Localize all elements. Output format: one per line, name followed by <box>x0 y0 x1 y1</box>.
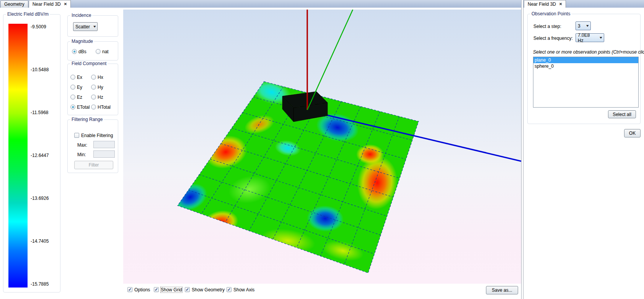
3d-scene-canvas[interactable] <box>123 10 521 284</box>
filter-button-label: Filter <box>89 162 99 168</box>
radio-dbs[interactable] <box>72 49 77 54</box>
show-geometry-checkbox-label[interactable]: Show Geometry <box>192 287 225 292</box>
radio-ex-label[interactable]: Ex <box>77 75 82 80</box>
application-window: Geometry Near Field 3D ✕ Electric Field … <box>0 0 644 299</box>
show-grid-checkbox-label[interactable]: Show Grid <box>161 287 182 292</box>
check-icon: ✓ <box>185 288 189 292</box>
check-icon: ✓ <box>227 288 231 292</box>
colorbar-tick: -15.7885 <box>31 281 49 287</box>
colorbar-tick: -14.7405 <box>31 239 49 244</box>
select-all-button-label: Select all <box>613 112 631 117</box>
tab-near-field-3d-right[interactable]: Near Field 3D ✕ <box>524 0 566 8</box>
incidence-group-title: Incidence <box>70 13 92 18</box>
radio-ex[interactable] <box>70 75 75 80</box>
step-dropdown-value: 3 <box>578 23 580 29</box>
radio-hz[interactable] <box>91 95 96 100</box>
observation-instruction: Select one or more observation points (C… <box>533 49 644 55</box>
incidence-dropdown[interactable]: Scatter ▼ <box>73 22 98 31</box>
radio-htotal-label[interactable]: HTotal <box>98 105 111 110</box>
tab-near-field-3d-label: Near Field 3D <box>33 2 61 7</box>
field-component-group-title: Field Component <box>70 61 108 66</box>
step-dropdown[interactable]: 3 ▼ <box>576 21 591 30</box>
min-label: Min: <box>77 152 86 157</box>
save-as-button-label: Save as... <box>492 288 512 293</box>
tab-geometry[interactable]: Geometry <box>0 0 28 8</box>
frequency-label: Select a frequency: <box>533 36 573 41</box>
tab-near-field-3d[interactable]: Near Field 3D ✕ <box>29 0 71 8</box>
save-as-button[interactable]: Save as... <box>486 286 518 294</box>
close-icon[interactable]: ✕ <box>559 2 562 6</box>
max-field[interactable] <box>93 141 115 148</box>
colorbar-tick: -10.5488 <box>31 67 49 72</box>
max-label: Max: <box>77 142 87 148</box>
radio-hz-label[interactable]: Hz <box>98 95 103 100</box>
radio-hy-label[interactable]: Hy <box>98 85 103 90</box>
enable-filtering-label[interactable]: Enable Filtering <box>81 133 113 138</box>
incidence-dropdown-value: Scatter <box>75 24 90 29</box>
radio-ez-label[interactable]: Ez <box>77 95 82 100</box>
options-checkbox[interactable]: ✓ <box>127 287 132 292</box>
chevron-down-icon: ▼ <box>89 25 97 28</box>
frequency-dropdown[interactable]: 7.0E8 Hz ▼ <box>576 33 604 42</box>
radio-hx-label[interactable]: Hx <box>98 75 103 80</box>
observation-points-list[interactable]: plane_0 sphere_0 <box>533 57 639 108</box>
radio-etotal[interactable] <box>70 105 75 109</box>
right-tab-strip: Near Field 3D ✕ <box>523 0 644 8</box>
radio-etotal-label[interactable]: ETotal <box>77 105 90 110</box>
show-axis-checkbox[interactable]: ✓ <box>227 287 232 292</box>
select-all-button[interactable]: Select all <box>608 110 636 118</box>
step-label: Select a step: <box>533 24 561 29</box>
radio-ey-label[interactable]: Ey <box>77 85 82 90</box>
chevron-down-icon: ▼ <box>582 24 590 28</box>
radio-hx[interactable] <box>91 75 96 80</box>
radio-ey[interactable] <box>70 85 75 90</box>
min-field[interactable] <box>93 150 115 158</box>
magnitude-group-title: Magnitude <box>70 39 94 44</box>
list-item-sphere-0[interactable]: sphere_0 <box>533 63 638 69</box>
ok-button-label: OK <box>629 131 636 136</box>
options-checkbox-label[interactable]: Options <box>134 287 150 292</box>
tab-near-field-3d-right-label: Near Field 3D <box>528 2 556 7</box>
colorbar-tick: -12.6447 <box>31 153 49 158</box>
electric-field-group-title: Electric Field dBV/m <box>6 11 50 17</box>
radio-dbs-label[interactable]: dBs <box>78 49 86 54</box>
check-icon: ✓ <box>128 288 132 292</box>
radio-nat-label[interactable]: nat <box>102 49 109 54</box>
radio-nat[interactable] <box>96 49 101 54</box>
colorbar-tick: -9.5009 <box>31 24 46 29</box>
show-axis-checkbox-label[interactable]: Show Axis <box>233 287 254 292</box>
frequency-dropdown-value: 7.0E8 Hz <box>578 33 596 43</box>
tab-geometry-label: Geometry <box>4 2 24 7</box>
enable-filtering-checkbox[interactable]: ✓ <box>74 133 79 138</box>
filter-button[interactable]: Filter <box>74 161 113 169</box>
list-item-label: plane_0 <box>535 57 551 63</box>
list-item-plane-0[interactable]: plane_0 <box>533 57 638 63</box>
show-geometry-checkbox[interactable]: ✓ <box>185 287 190 292</box>
radio-hy[interactable] <box>91 85 96 90</box>
left-tab-strip: Geometry Near Field 3D ✕ <box>0 0 521 8</box>
ok-button[interactable]: OK <box>624 129 641 137</box>
radio-ez[interactable] <box>70 95 75 100</box>
filtering-range-group-title: Filtering Range <box>70 117 104 122</box>
color-scale <box>8 24 28 288</box>
chevron-down-icon: ▼ <box>595 36 603 39</box>
close-icon[interactable]: ✕ <box>64 2 67 6</box>
viewport-3d[interactable] <box>123 10 521 284</box>
check-icon: ✓ <box>154 288 158 292</box>
list-item-label: sphere_0 <box>535 64 554 69</box>
colorbar-tick: -11.5968 <box>31 110 48 115</box>
radio-htotal[interactable] <box>91 105 96 109</box>
colorbar-tick: -13.6926 <box>31 196 49 201</box>
panel-divider[interactable] <box>521 0 523 299</box>
show-grid-checkbox[interactable]: ✓ <box>154 287 159 292</box>
observation-points-group-title: Observation Points <box>530 11 571 16</box>
